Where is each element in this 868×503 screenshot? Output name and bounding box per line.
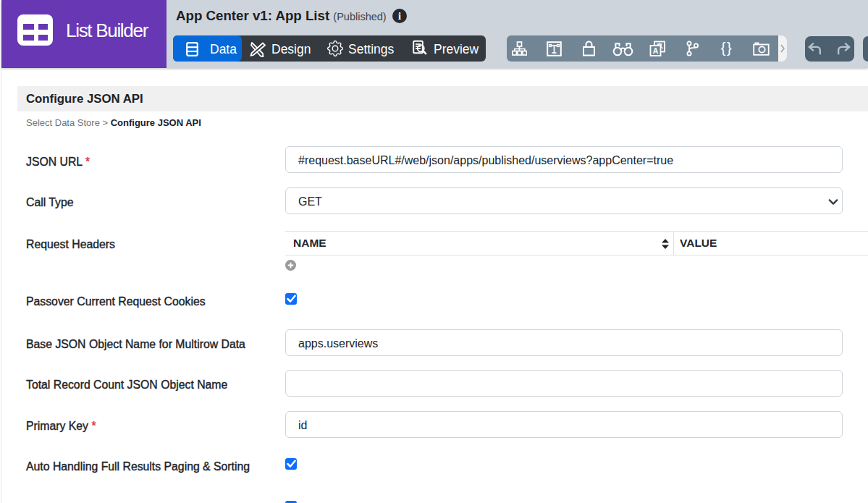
svg-text:i: i xyxy=(398,10,401,22)
svg-text:A: A xyxy=(653,46,659,55)
